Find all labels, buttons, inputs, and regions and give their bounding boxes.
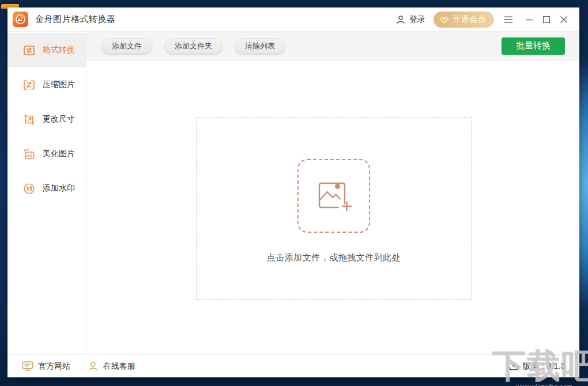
sidebar-item-label: 压缩图片: [43, 80, 75, 90]
sidebar-item-beautify-image[interactable]: 美化图片: [7, 137, 86, 171]
resize-icon: [23, 113, 35, 126]
download-icon: [509, 361, 519, 371]
drop-icon-frame: [297, 159, 370, 233]
add-image-icon: [314, 177, 353, 215]
batch-convert-button[interactable]: 批量转换: [502, 37, 565, 55]
menu-icon[interactable]: [501, 12, 516, 27]
login-label: 登录: [409, 14, 425, 25]
statusbar: 官方网站 在线客服 版本：3.1.3: [7, 354, 579, 377]
sidebar-item-label: 美化图片: [43, 149, 75, 159]
format-convert-icon: [23, 44, 35, 56]
sidebar-item-label: 更改尺寸: [43, 114, 75, 124]
titlebar: 金舟图片格式转换器 登录 开通会员: [7, 7, 579, 32]
official-site-link[interactable]: 官方网站: [22, 361, 70, 372]
close-button[interactable]: [556, 12, 571, 27]
compress-image-icon: [23, 79, 35, 91]
sidebar: 格式转换 压缩图片 更改尺寸: [7, 32, 86, 354]
sidebar-item-resize[interactable]: 更改尺寸: [7, 102, 86, 137]
official-site-label: 官方网站: [38, 361, 70, 372]
gem-icon: [439, 14, 450, 25]
user-icon: [395, 14, 406, 25]
beautify-image-icon: [23, 148, 35, 160]
monitor-icon: [22, 361, 33, 372]
add-folder-button[interactable]: 添加文件夹: [164, 38, 223, 54]
app-window: 金舟图片格式转换器 登录 开通会员: [7, 7, 579, 377]
add-file-button[interactable]: 添加文件: [101, 38, 152, 54]
sidebar-item-format-convert[interactable]: 格式转换: [7, 33, 86, 67]
app-title: 金舟图片格式转换器: [35, 14, 116, 25]
main-row: 格式转换 压缩图片 更改尺寸: [7, 32, 579, 354]
toolbar: 添加文件 添加文件夹 清除列表 批量转换: [86, 32, 579, 60]
version-label: 版本：3.1.3: [523, 361, 565, 372]
version-group[interactable]: 版本：3.1.3: [509, 361, 565, 372]
login-button[interactable]: 登录: [395, 14, 425, 25]
minimize-button[interactable]: [522, 12, 537, 27]
sidebar-item-add-watermark[interactable]: 添加水印: [7, 171, 86, 206]
sidebar-item-label: 格式转换: [43, 45, 75, 55]
dropzone-hint: 点击添加文件，或拖拽文件到此处: [267, 252, 401, 263]
sidebar-item-label: 添加水印: [43, 183, 75, 194]
person-icon: [88, 361, 99, 372]
watermark-url: www.xiazaiba.com: [492, 384, 588, 386]
maximize-button[interactable]: [539, 12, 554, 27]
app-logo-icon: [13, 12, 28, 27]
file-dropzone[interactable]: 点击添加文件，或拖拽文件到此处: [196, 117, 472, 300]
main-column: 添加文件 添加文件夹 清除列表 批量转换 点击添加: [86, 32, 579, 354]
online-support-label: 在线客服: [103, 361, 135, 372]
sidebar-item-compress-image[interactable]: 压缩图片: [7, 67, 86, 102]
clear-list-button[interactable]: 清除列表: [235, 38, 285, 54]
open-vip-button[interactable]: 开通会员: [434, 12, 494, 28]
online-support-link[interactable]: 在线客服: [88, 361, 135, 372]
open-vip-label: 开通会员: [453, 14, 486, 25]
add-watermark-icon: [23, 183, 35, 195]
content-area: 点击添加文件，或拖拽文件到此处: [86, 60, 579, 354]
